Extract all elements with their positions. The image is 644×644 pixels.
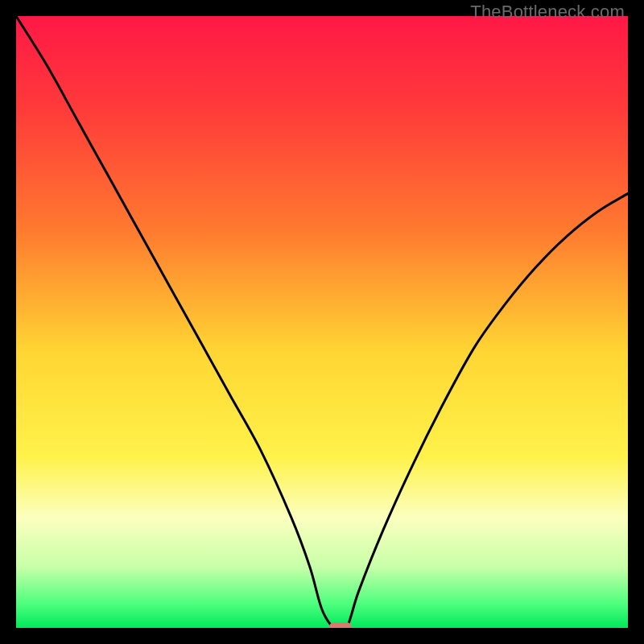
watermark-text: TheBottleneck.com xyxy=(470,2,625,23)
chart-frame xyxy=(16,16,628,628)
bottleneck-chart xyxy=(16,16,628,628)
gradient-background xyxy=(16,16,628,628)
optimal-point-marker xyxy=(329,622,352,628)
